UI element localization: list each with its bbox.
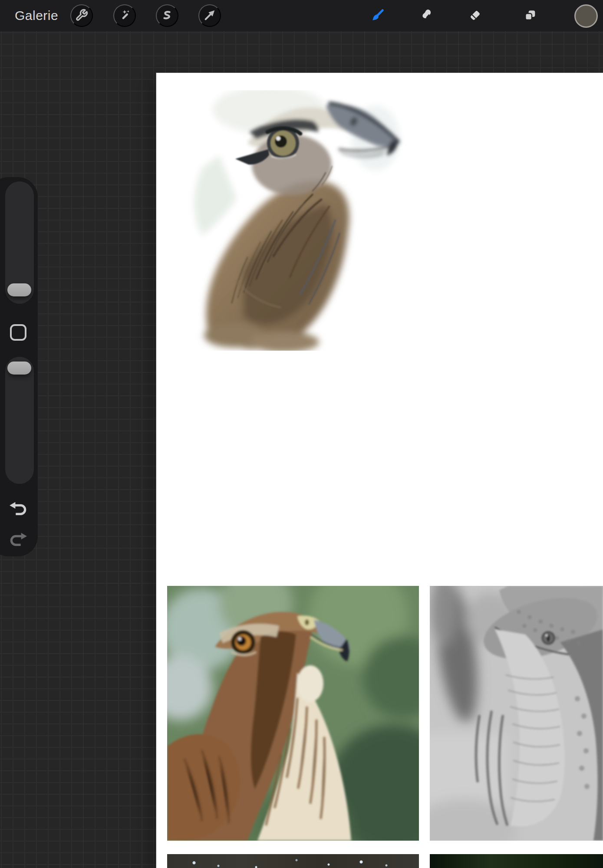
smudge-tool-button[interactable] bbox=[416, 6, 436, 26]
paint-tool-button[interactable] bbox=[367, 5, 388, 26]
brush-sidebar bbox=[0, 177, 38, 556]
selection-s-icon bbox=[161, 9, 174, 23]
dark-green-reference-photo bbox=[430, 854, 603, 868]
paintbrush-icon bbox=[370, 7, 386, 24]
adjustments-button[interactable] bbox=[113, 4, 136, 27]
redo-arrow-icon bbox=[8, 542, 28, 549]
brush-opacity-slider[interactable] bbox=[5, 357, 34, 484]
dark-speckled-reference-photo bbox=[167, 854, 419, 868]
magic-wand-icon bbox=[118, 9, 131, 23]
gallery-button[interactable]: Galerie bbox=[15, 0, 58, 31]
selection-button[interactable] bbox=[156, 4, 178, 27]
redo-button[interactable] bbox=[8, 531, 28, 548]
smudge-finger-icon bbox=[419, 8, 434, 24]
actions-button[interactable] bbox=[70, 4, 93, 27]
erase-tool-button[interactable] bbox=[465, 6, 485, 26]
brush-size-handle[interactable] bbox=[7, 283, 31, 296]
eraser-icon bbox=[468, 8, 482, 24]
modify-button[interactable] bbox=[10, 324, 26, 341]
brush-opacity-handle[interactable] bbox=[7, 362, 31, 375]
color-swatch[interactable] bbox=[574, 4, 598, 28]
transform-button[interactable] bbox=[198, 4, 221, 27]
layers-icon bbox=[523, 8, 537, 23]
layers-button[interactable] bbox=[521, 6, 540, 25]
transform-arrow-icon bbox=[203, 9, 216, 23]
drawing-canvas[interactable] bbox=[156, 73, 603, 868]
snake-reference-photo bbox=[430, 586, 603, 841]
wrench-icon bbox=[75, 9, 88, 23]
watercolor-hawk-painting bbox=[182, 90, 408, 351]
procreate-workspace: Galerie bbox=[0, 0, 603, 868]
undo-button[interactable] bbox=[8, 500, 28, 517]
top-toolbar: Galerie bbox=[0, 0, 603, 31]
hawk-reference-photo bbox=[167, 586, 419, 841]
undo-arrow-icon bbox=[8, 512, 28, 518]
